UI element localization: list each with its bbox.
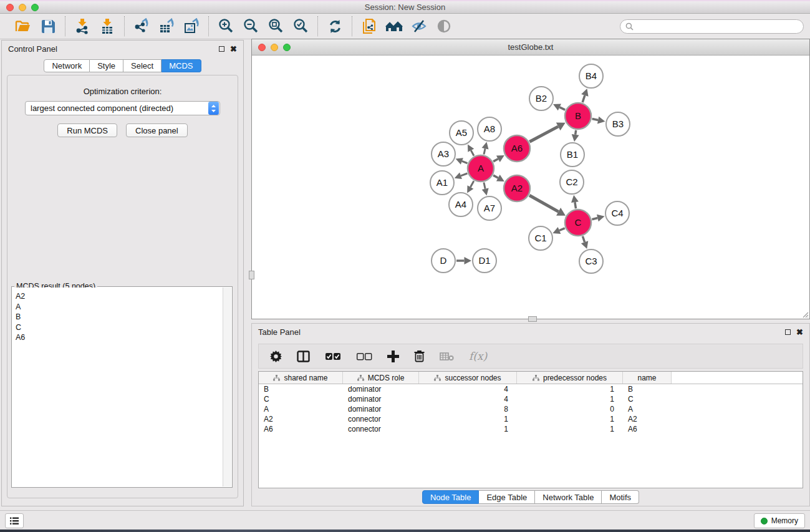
save-session-button[interactable] [37,16,59,36]
table-cell[interactable]: 1 [517,394,623,404]
table-cell[interactable]: dominator [343,394,419,404]
table-row[interactable]: A6connector11A6 [259,424,803,434]
run-mcds-button[interactable]: Run MCDS [57,123,117,137]
edge-C-C3[interactable] [582,236,584,242]
refresh-network-button[interactable] [324,16,345,36]
import-table-button[interactable] [97,16,118,36]
edge-C-C1[interactable] [559,228,565,231]
import-network-button[interactable] [72,16,93,36]
table-cell[interactable]: 4 [419,384,517,394]
column-header-MCDS-role[interactable]: MCDS role [343,372,419,384]
control-tab-select[interactable]: Select [123,59,162,72]
resize-grip-icon[interactable] [801,311,809,318]
table-cell[interactable]: 4 [419,394,517,404]
table-row[interactable]: Cdominator41C [259,394,803,404]
edge-A-A8[interactable] [484,148,485,154]
preview-button[interactable] [433,16,455,36]
table-tab-edge-table[interactable]: Edge Table [479,490,535,504]
table-cell[interactable]: dominator [343,384,419,394]
float-table-panel-icon[interactable] [785,329,791,335]
mcds-result-list[interactable]: A2ABCA6 [12,288,223,486]
close-panel-icon[interactable]: ✖ [230,46,237,52]
delete-table-button[interactable] [440,352,454,361]
edge-B-B4[interactable] [582,95,585,102]
table-tab-node-table[interactable]: Node Table [422,490,480,504]
mcds-result-item[interactable]: B [12,312,223,322]
search-input[interactable] [637,22,798,31]
network-canvas[interactable]: B4B2BB3A8A5A6A3B1AC2A1A2A4A7C4CC1DD1C3 [252,56,809,319]
hide-selected-button[interactable] [408,16,430,36]
open-session-button[interactable] [12,16,34,36]
mcds-result-item[interactable]: A [12,302,223,312]
table-row[interactable]: A2connector11A2 [259,414,803,424]
edge-A-A6[interactable] [493,159,498,162]
splitter-handle-left[interactable] [249,271,254,279]
function-builder-button[interactable]: f(x) [469,350,487,362]
criterion-select[interactable]: largest connected component (directed) [25,101,220,115]
float-panel-icon[interactable] [219,46,224,52]
column-header-shared-name[interactable]: shared name [259,372,343,384]
column-header-predecessor-nodes[interactable]: predecessor nodes [517,372,623,384]
table-cell[interactable]: 1 [419,414,517,424]
zoom-selected-button[interactable] [290,16,311,36]
table-cell[interactable]: connector [343,424,419,434]
table-cell[interactable]: 8 [419,404,517,414]
table-cell[interactable]: 1 [517,424,623,434]
table-options-gear-button[interactable] [270,351,282,362]
table-cell[interactable]: connector [343,414,419,424]
edge-B-B3[interactable] [592,119,599,120]
column-header-successor-nodes[interactable]: successor nodes [419,372,517,384]
edge-B-B2[interactable] [559,107,565,110]
edge-A2-C[interactable] [529,195,559,211]
close-table-panel-icon[interactable]: ✖ [796,329,803,335]
table-cell[interactable]: A [623,404,672,414]
table-cell[interactable]: dominator [343,404,419,414]
table-cell[interactable]: A6 [259,424,343,434]
zoom-in-button[interactable] [215,16,236,36]
mcds-result-item[interactable]: A6 [12,332,223,343]
edge-A-A3[interactable] [462,161,468,163]
edge-A-A4[interactable] [470,181,473,187]
table-cell[interactable]: A2 [259,414,343,424]
zoom-fit-button[interactable] [265,16,286,36]
edge-A6-B[interactable] [529,127,558,142]
edge-C-C4[interactable] [592,218,597,220]
mcds-result-item[interactable]: A2 [12,291,223,302]
zoom-out-button[interactable] [240,16,261,36]
table-cell[interactable]: 1 [517,384,623,394]
table-tab-motifs[interactable]: Motifs [602,490,639,504]
toolbar-search-field[interactable] [620,19,804,34]
network-snapshot-button[interactable] [359,16,380,36]
show-all-button[interactable] [383,16,405,36]
export-table-button[interactable] [156,16,177,36]
mcds-result-item[interactable]: C [12,322,223,333]
splitter-handle-bottom[interactable] [528,316,537,322]
result-list-scrollbar[interactable] [223,288,231,486]
control-tab-mcds[interactable]: MCDS [162,59,201,72]
edge-B-B1[interactable] [576,130,576,135]
column-header-name[interactable]: name [623,372,672,384]
delete-column-button[interactable] [414,350,425,362]
network-graph[interactable]: B4B2BB3A8A5A6A3B1AC2A1A2A4A7C4CC1DD1C3 [252,56,809,319]
table-cell[interactable]: 1 [419,424,517,434]
edge-C-C2[interactable] [575,202,576,208]
edge-A-A7[interactable] [484,182,485,188]
control-tab-network[interactable]: Network [44,59,90,72]
export-image-button[interactable] [181,16,202,36]
table-cell[interactable]: A6 [623,424,672,434]
table-row[interactable]: Bdominator41B [259,384,803,394]
table-cell[interactable]: C [259,394,343,404]
network-window-titlebar[interactable]: testGlobe.txt [252,39,809,56]
table-cell[interactable]: A [259,404,343,414]
table-cell[interactable]: 1 [517,414,623,424]
select-all-button[interactable] [325,352,341,360]
close-panel-button[interactable]: Close panel [126,123,188,137]
edge-A-A5[interactable] [471,150,474,156]
table-row[interactable]: Adominator80A [259,404,803,414]
control-tab-style[interactable]: Style [90,59,123,72]
deselect-all-button[interactable] [356,352,372,360]
table-cell[interactable]: C [623,394,672,404]
show-task-history-button[interactable] [5,513,24,528]
add-column-button[interactable] [387,351,399,362]
table-cell[interactable]: B [259,384,343,394]
